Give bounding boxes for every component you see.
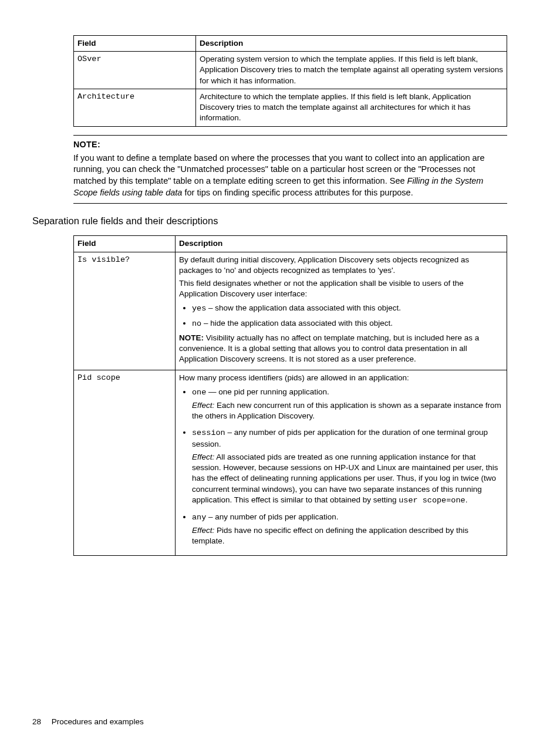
- th-description: Description: [196, 36, 507, 52]
- list-item: any – any number of pids per application…: [192, 512, 503, 547]
- table-header-row: Field Description: [74, 236, 507, 252]
- list-item: no – hide the application data associate…: [192, 318, 503, 329]
- text: – show the application data associated w…: [206, 303, 401, 312]
- table-row: OSver Operating system version to which …: [74, 52, 507, 89]
- para: How many process identifiers (pids) are …: [179, 373, 503, 383]
- note-box: NOTE: If you want to define a template b…: [73, 135, 507, 204]
- list-item: yes – show the application data associat…: [192, 303, 503, 314]
- effect-text: Pids have no specific effect on defining…: [192, 526, 468, 545]
- cell-description: By default during initial discovery, App…: [176, 252, 507, 370]
- effect-text: Each new concurrent run of this applicat…: [192, 401, 501, 420]
- para: This field designates whether or not the…: [179, 278, 503, 299]
- effect: Effect: Each new concurrent run of this …: [192, 400, 503, 421]
- page-number: 28: [32, 717, 41, 726]
- text: – hide the application data associated w…: [201, 319, 393, 328]
- th-description: Description: [176, 236, 507, 252]
- code: user scope=one: [399, 496, 465, 505]
- note-body: If you want to define a template based o…: [73, 153, 507, 198]
- note-label: NOTE:: [73, 139, 507, 150]
- cell-field: Architecture: [74, 89, 196, 126]
- footer-section: Procedures and examples: [52, 717, 144, 726]
- table-row: Is visible? By default during initial di…: [74, 252, 507, 370]
- text: – any number of pids per application.: [206, 512, 338, 521]
- para: By default during initial discovery, App…: [179, 255, 503, 276]
- list-item: session – any number of pids per applica…: [192, 427, 503, 506]
- code: one: [192, 388, 206, 397]
- effect-label: Effect:: [192, 526, 214, 535]
- code: session: [192, 428, 225, 437]
- note-label-inline: NOTE:: [179, 333, 204, 342]
- list: one — one pid per running application. E…: [179, 387, 503, 547]
- cell-field: Pid scope: [74, 370, 176, 555]
- cell-description: Operating system version to which the te…: [196, 52, 507, 89]
- table-system-scope: Field Description OSver Operating system…: [73, 35, 507, 127]
- cell-field: Is visible?: [74, 252, 176, 370]
- code: yes: [192, 304, 206, 313]
- code: any: [192, 513, 206, 522]
- list: yes – show the application data associat…: [179, 303, 503, 329]
- cell-field: OSver: [74, 52, 196, 89]
- list-item: one — one pid per running application. E…: [192, 387, 503, 422]
- th-field: Field: [74, 36, 196, 52]
- text: – any number of pids per application for…: [192, 428, 488, 448]
- table-header-row: Field Description: [74, 36, 507, 52]
- section-heading: Separation rule fields and their descrip…: [32, 214, 507, 227]
- note-text-post: for tips on finding specific process att…: [182, 188, 413, 197]
- code: no: [192, 319, 201, 328]
- effect-label: Effect:: [192, 401, 214, 410]
- table-row: Pid scope How many process identifiers (…: [74, 370, 507, 555]
- cell-description: Architecture to which the template appli…: [196, 89, 507, 126]
- th-field: Field: [74, 236, 176, 252]
- note-text-inline: Visibility actually has no affect on tem…: [179, 333, 479, 363]
- effect-label: Effect:: [192, 453, 214, 461]
- text: — one pid per running application.: [206, 387, 329, 396]
- effect: Effect: All associated pids are treated …: [192, 452, 503, 506]
- inline-note: NOTE: Visibility actually has no affect …: [179, 333, 503, 365]
- table-separation-rule: Field Description Is visible? By default…: [73, 235, 507, 555]
- cell-description: How many process identifiers (pids) are …: [176, 370, 507, 555]
- effect: Effect: Pids have no specific effect on …: [192, 525, 503, 546]
- effect-text-post: .: [465, 495, 468, 504]
- table-row: Architecture Architecture to which the t…: [74, 89, 507, 126]
- page-footer: 28 Procedures and examples: [32, 717, 144, 727]
